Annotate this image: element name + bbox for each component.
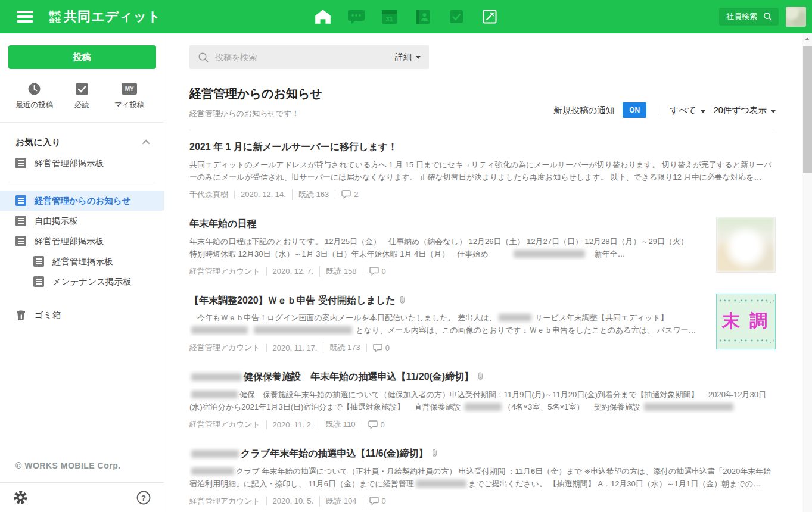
redacted-text xyxy=(191,326,248,334)
vertical-scrollbar[interactable] xyxy=(802,33,812,512)
home-icon[interactable] xyxy=(313,7,333,27)
calendar-icon[interactable]: 31 xyxy=(379,7,400,27)
post-date: 2020. 11. 2. xyxy=(266,420,313,429)
post-item[interactable]: 【年末調整2020】Ｗｅｂ申告 受付開始しました 今年もＷｅｂ申告！ログイン画面… xyxy=(189,284,776,361)
favorites-title: お気に入り xyxy=(15,137,61,148)
sidebar-board-maintenance[interactable]: メンテナンス掲示板 xyxy=(0,271,164,292)
comment-icon xyxy=(373,344,382,352)
sidebar-section-divider xyxy=(8,182,155,182)
board-icon[interactable] xyxy=(480,7,500,27)
notify-label: 新規投稿の通知 xyxy=(553,105,614,116)
redacted-text xyxy=(465,403,502,411)
post-title[interactable]: 【年末調整2020】Ｗｅｂ申告 受付開始しました xyxy=(189,295,697,307)
post-thumbnail[interactable] xyxy=(716,217,776,273)
board-list-icon xyxy=(15,195,26,206)
comment-icon xyxy=(369,497,379,505)
chevron-up-icon xyxy=(142,140,150,148)
sidebar-board-keiei-kanri[interactable]: 経営管理掲示板 xyxy=(0,251,164,271)
post-author: 経営管理アカウント xyxy=(189,496,260,507)
board-label: 経営管理掲示板 xyxy=(52,256,113,267)
avatar-image xyxy=(786,7,806,27)
top-bar: 株式 会社 共同エディット 31 社員検索 xyxy=(0,0,812,33)
sidebar: 投稿 最近の投稿 必読 MY マイ投稿 お気に入り xyxy=(0,33,164,512)
board-list-icon xyxy=(33,276,44,287)
shortcut-my-posts[interactable]: MY マイ投稿 xyxy=(105,82,153,110)
post-list: 2021 年 1 月に新メールサーバーに移行します！共同エディットのメールアドレ… xyxy=(189,130,776,512)
post-body-preview: 年末年始の日程は下記のとおりです。 12月25日（金） 仕事納め（納会なし） 1… xyxy=(189,235,697,260)
scrollbar-thumb[interactable] xyxy=(803,46,812,173)
board-list-icon xyxy=(15,236,26,246)
sidebar-board-jiyuu[interactable]: 自由掲示板 xyxy=(0,211,164,231)
post-search-input[interactable] xyxy=(215,52,395,62)
favorites-header[interactable]: お気に入り xyxy=(0,137,164,148)
post-read-count: 既読 163 xyxy=(292,189,329,200)
search-icon xyxy=(198,52,209,63)
search-detail-label: 詳細 xyxy=(395,52,412,63)
app-window: 株式 会社 共同エディット 31 社員検索 xyxy=(0,0,812,512)
redacted-text xyxy=(254,326,352,334)
board-title: 経営管理からのお知らせ xyxy=(189,86,322,102)
post-read-count: 既読 110 xyxy=(319,419,355,430)
attachment-paperclip-icon xyxy=(399,295,406,305)
notify-toggle-button[interactable]: ON xyxy=(623,102,646,118)
shortcut-recent-posts[interactable]: 最近の投稿 xyxy=(11,82,58,110)
caret-down-icon xyxy=(701,110,705,113)
board-header-row: 経営管理からのお知らせ 経営管理からのお知らせです！ 新規投稿の通知 ON すべ… xyxy=(189,86,776,119)
board-label: 自由掲示板 xyxy=(35,216,78,227)
page-size-dropdown[interactable]: 20件ずつ表示 xyxy=(714,105,776,116)
checkbox-icon xyxy=(76,82,88,95)
post-title[interactable]: 年末年始の日程 xyxy=(189,218,697,230)
post-item[interactable]: 2021 年 1 月に新メールサーバーに移行します！共同エディットのメールアドレ… xyxy=(189,130,776,207)
hamburger-menu-icon[interactable] xyxy=(17,11,33,23)
post-read-count: 既読 104 xyxy=(319,496,356,507)
caret-down-icon xyxy=(416,56,421,59)
post-text-block: 2021 年 1 月に新メールサーバーに移行します！共同エディットのメールアドレ… xyxy=(189,141,776,200)
post-author: 経営管理アカウント xyxy=(189,266,260,277)
contacts-icon[interactable] xyxy=(413,7,433,27)
redacted-text xyxy=(499,314,531,321)
favorite-board-item[interactable]: 経営管理部掲示板 xyxy=(0,153,164,173)
logo-prefix: 株式 会社 xyxy=(49,10,61,24)
company-logo[interactable]: 株式 会社 共同エディット xyxy=(49,8,161,26)
post-item[interactable]: 健保保養施設 年末年始の抽選申込【11/20(金)締切】健保 保養施設年末年始の… xyxy=(189,360,776,437)
sidebar-shortcuts: 最近の投稿 必読 MY マイ投稿 xyxy=(0,82,164,110)
settings-gear-icon[interactable] xyxy=(13,490,28,505)
post-date: 2020. 12. 7. xyxy=(266,267,314,276)
user-avatar[interactable] xyxy=(786,7,806,27)
search-detail-dropdown[interactable]: 詳細 xyxy=(395,52,421,63)
post-item[interactable]: 年末年始の日程年末年始の日程は下記のとおりです。 12月25日（金） 仕事納め（… xyxy=(189,207,776,284)
new-post-button[interactable]: 投稿 xyxy=(8,45,156,69)
comment-icon xyxy=(341,190,351,199)
post-comment-count: 0 xyxy=(366,344,390,352)
trash-icon xyxy=(15,310,26,320)
post-comment-count: 0 xyxy=(362,420,385,429)
svg-text:?: ? xyxy=(141,493,146,502)
post-meta: 経営管理アカウント2020. 12. 7.既読 1580 xyxy=(189,266,697,277)
filter-dropdown[interactable]: すべて xyxy=(670,105,705,116)
sidebar-board-keieibu[interactable]: 経営管理部掲示板 xyxy=(0,231,164,251)
favorite-board-label: 経営管理部掲示板 xyxy=(35,158,104,169)
post-text-block: 【年末調整2020】Ｗｅｂ申告 受付開始しました 今年もＷｅｂ申告！ログイン画面… xyxy=(189,295,776,354)
post-body-preview: 今年もＷｅｂ申告！ログイン画面の案内メールを本日配信いたしました。 差出人は、 … xyxy=(189,311,697,336)
sidebar-trash[interactable]: ゴミ箱 xyxy=(0,305,164,325)
caret-down-icon xyxy=(771,110,776,113)
post-title[interactable]: クラブ年末年始の抽選申込【11/6(金)締切】 xyxy=(189,448,776,460)
chat-icon[interactable] xyxy=(346,7,366,27)
help-icon[interactable]: ? xyxy=(136,491,151,505)
post-comment-count: 0 xyxy=(363,497,386,505)
member-search-button[interactable]: 社員検索 xyxy=(719,8,779,26)
post-title[interactable]: 健保保養施設 年末年始の抽選申込【11/20(金)締切】 xyxy=(189,371,776,383)
shortcut-must-read[interactable]: 必読 xyxy=(58,82,106,110)
post-author: 千代森真樹 xyxy=(189,189,228,200)
scrollbar-up-arrow[interactable] xyxy=(802,33,812,44)
post-item[interactable]: クラブ年末年始の抽選申込【11/6(金)締切】クラブ 年末年始の抽選について（正… xyxy=(189,437,776,512)
vertical-divider xyxy=(658,105,658,115)
post-title[interactable]: 2021 年 1 月に新メールサーバーに移行します！ xyxy=(189,141,776,154)
redacted-text xyxy=(191,450,239,458)
post-thumbnail[interactable]: ＊*＊＊.*＊＊＊*＊.＊*＊末 調＊*＊＊.*＊＊＊*＊.＊*＊ xyxy=(716,294,776,349)
post-comment-count: 0 xyxy=(363,267,386,276)
board-label: 経営管理からのお知らせ xyxy=(35,195,131,207)
main-content: 詳細 経営管理からのお知らせ 経営管理からのお知らせです！ 新規投稿の通知 ON… xyxy=(164,33,802,512)
sidebar-board-keiei-oshirase[interactable]: 経営管理からのお知らせ xyxy=(0,191,164,211)
tasks-icon[interactable] xyxy=(446,7,466,27)
